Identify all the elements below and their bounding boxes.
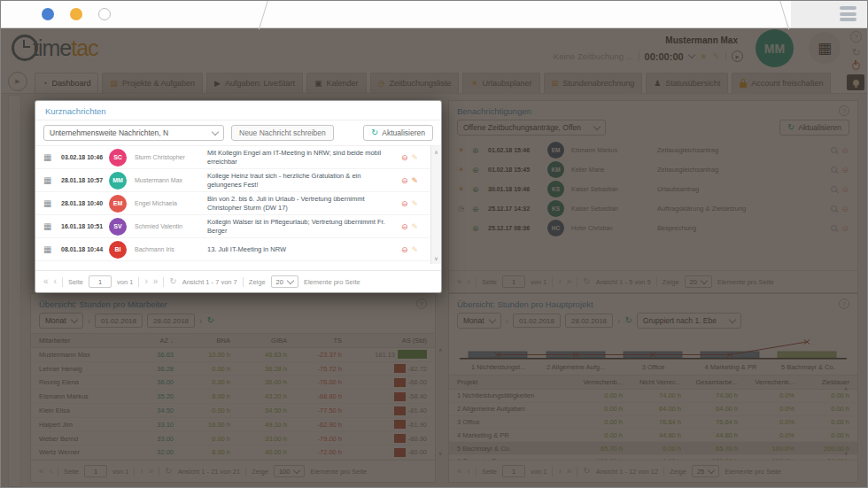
pagination-bar: « ‹ Seite von 1 › » ↻ Ansicht 1 - 7 von … xyxy=(35,270,441,292)
delete-icon[interactable]: ⊖ xyxy=(401,153,408,162)
scrollbar[interactable]: ∧∨ xyxy=(430,146,441,264)
message-time: 28.01.18 10:40 xyxy=(61,200,104,206)
message-author: Bachmann Iris xyxy=(135,246,202,252)
message-row[interactable]: ▦ 28.01.18 10:57 MM Mustermann Max Kolle… xyxy=(35,169,430,192)
page-size-value: 20 xyxy=(276,278,283,286)
filter-value: Unternehmensweite Nachrichten, N xyxy=(50,128,168,137)
browser-tab-edge-right xyxy=(779,0,789,29)
message-row[interactable]: ▦ 01.01.18 10:38 MM Mustermann Max Heute… xyxy=(35,261,430,264)
avatar: SV xyxy=(109,218,127,236)
first-page-button[interactable]: « xyxy=(43,277,49,286)
message-text: Kollegin Walser ist in Pflegeurlaub; Ver… xyxy=(207,218,396,236)
delete-icon[interactable]: ⊖ xyxy=(401,176,408,185)
chevron-down-icon xyxy=(287,276,294,283)
message-time: 08.01.18 10:44 xyxy=(61,246,104,252)
message-list: ▦ 03.02.18 10:46 SC Sturm Christopher Mi… xyxy=(35,145,441,264)
new-message-button[interactable]: Neue Nachricht schreiben xyxy=(231,125,334,141)
browser-chrome xyxy=(1,1,867,28)
scroll-down-icon[interactable]: ∨ xyxy=(434,255,438,261)
refresh-button[interactable]: ↻Aktualisieren xyxy=(363,125,433,141)
building-icon: ▦ xyxy=(43,175,56,185)
message-row[interactable]: ▦ 03.02.18 10:46 SC Sturm Christopher Mi… xyxy=(35,146,430,169)
hamburger-menu-icon[interactable] xyxy=(840,6,856,24)
refresh-icon[interactable]: ↻ xyxy=(169,277,176,286)
edit-icon[interactable]: ✎ xyxy=(412,199,419,208)
building-icon: ▦ xyxy=(43,221,56,231)
avatar: MM xyxy=(109,172,127,190)
avatar: EM xyxy=(109,195,127,213)
message-row[interactable]: ▦ 16.01.18 10:51 SV Schmied Valentin Kol… xyxy=(35,215,430,238)
page-label: Seite xyxy=(68,278,83,286)
show-label: Zeige xyxy=(249,278,266,286)
message-row[interactable]: ▦ 08.01.18 10:44 BI Bachmann Iris 13. Ju… xyxy=(35,238,430,261)
refresh-label: Aktualisieren xyxy=(382,128,425,137)
message-text: Kollege Heinz traut sich - herzliche Gra… xyxy=(207,172,396,190)
message-time: 16.01.18 10:51 xyxy=(61,223,104,229)
edit-icon[interactable]: ✎ xyxy=(412,176,419,185)
scroll-up-icon[interactable]: ∧ xyxy=(434,149,438,155)
chevron-down-icon xyxy=(212,128,219,135)
avatar: BI xyxy=(109,241,127,259)
next-page-button[interactable]: › xyxy=(144,277,147,286)
message-filter-select[interactable]: Unternehmensweite Nachrichten, N xyxy=(43,125,224,141)
delete-icon[interactable]: ⊖ xyxy=(401,245,408,254)
message-author: Mustermann Max xyxy=(135,177,202,183)
message-text: Bin von 2. bis 6. Juli in Urlaub - Vertr… xyxy=(207,195,396,213)
window-button-2[interactable] xyxy=(70,8,82,20)
message-time: 03.02.18 10:46 xyxy=(61,154,104,160)
message-row[interactable]: ▦ 28.01.18 10:40 EM Engel Michaela Bin v… xyxy=(35,192,430,215)
message-time: 28.01.18 10:57 xyxy=(61,177,104,183)
window-button-3[interactable] xyxy=(98,8,111,20)
per-page-label: Elemente pro Seite xyxy=(304,278,360,286)
last-page-button[interactable]: » xyxy=(153,277,159,286)
messages-modal: Kurznachrichten Unternehmensweite Nachri… xyxy=(35,100,442,293)
avatar: MM xyxy=(109,264,127,265)
refresh-icon: ↻ xyxy=(371,128,378,137)
modal-title: Kurznachrichten xyxy=(35,101,441,120)
message-author: Schmied Valentin xyxy=(135,223,202,229)
building-icon: ▦ xyxy=(43,152,56,162)
window-button-1[interactable] xyxy=(42,8,54,20)
building-icon: ▦ xyxy=(43,244,56,254)
delete-icon[interactable]: ⊖ xyxy=(401,199,408,208)
edit-icon[interactable]: ✎ xyxy=(412,245,419,254)
building-icon: ▦ xyxy=(43,198,56,208)
edit-icon[interactable]: ✎ xyxy=(412,153,419,162)
avatar: SC xyxy=(109,149,127,167)
message-author: Engel Michaela xyxy=(135,200,202,206)
edit-icon[interactable]: ✎ xyxy=(412,222,419,231)
view-range: Ansicht 1 - 7 von 7 xyxy=(182,278,237,286)
browser-tab-edge-left xyxy=(259,0,268,29)
browser-window: time tac Mustermann Max Keine Zeitbuchun… xyxy=(0,0,868,488)
page-size-select[interactable]: 20 xyxy=(271,275,298,288)
message-text: 13. Juli IT-Meeting in NRW xyxy=(207,245,396,254)
delete-icon[interactable]: ⊖ xyxy=(401,222,408,231)
message-text: Mit Kollegin Engel am IT-Meeting in NRW;… xyxy=(207,149,396,167)
message-author: Sturm Christopher xyxy=(135,154,202,160)
prev-page-button[interactable]: ‹ xyxy=(54,277,57,286)
page-of: von 1 xyxy=(117,278,133,286)
page-input[interactable] xyxy=(89,275,112,288)
